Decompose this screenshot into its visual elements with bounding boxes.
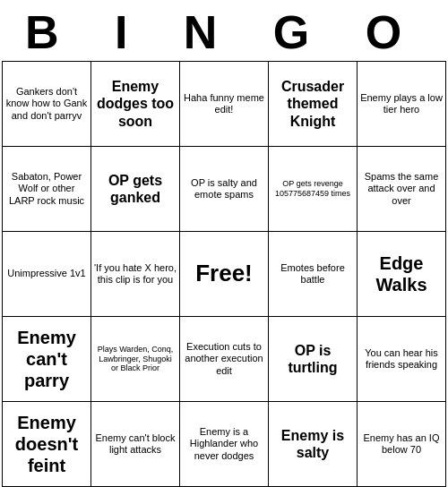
cell-1-0: Sabaton, Power Wolf or other LARP rock m…: [3, 147, 91, 232]
cell-4-4: Enemy has an IQ below 70: [358, 402, 446, 487]
cell-1-2: OP is salty and emote spams: [180, 147, 269, 232]
cell-3-4: You can hear his friends speaking: [358, 317, 446, 402]
cell-2-2: Free!: [180, 232, 269, 317]
cell-2-1: 'If you hate X hero, this clip is for yo…: [91, 232, 180, 317]
cell-1-3: OP gets revenge 105775687459 times: [269, 147, 358, 232]
cell-1-4: Spams the same attack over and over: [358, 147, 446, 232]
cell-1-1: OP gets ganked: [91, 147, 180, 232]
cell-3-3: OP is turtling: [269, 317, 358, 402]
cell-0-4: Enemy plays a low tier hero: [358, 62, 446, 147]
cell-4-0: Enemy doesn't feint: [3, 402, 91, 487]
cell-2-0: Unimpressive 1v1: [3, 232, 91, 317]
cell-3-2: Execution cuts to another execution edit: [180, 317, 269, 402]
cell-2-3: Emotes before battle: [269, 232, 358, 317]
cell-0-2: Haha funny meme edit!: [180, 62, 269, 147]
cell-4-1: Enemy can't block light attacks: [91, 402, 180, 487]
cell-4-3: Enemy is salty: [269, 402, 358, 487]
cell-0-3: Crusader themed Knight: [269, 62, 358, 147]
cell-3-1: Plays Warden, Conq, Lawbringer, Shugoki …: [91, 317, 180, 402]
cell-3-0: Enemy can't parry: [3, 317, 91, 402]
cell-0-1: Enemy dodges too soon: [91, 62, 180, 147]
bingo-grid: Gankers don't know how to Gank and don't…: [2, 61, 446, 487]
bingo-title: B I N G O: [0, 0, 448, 61]
cell-4-2: Enemy is a Highlander who never dodges: [180, 402, 269, 487]
cell-0-0: Gankers don't know how to Gank and don't…: [3, 62, 91, 147]
cell-2-4: Edge Walks: [358, 232, 446, 317]
